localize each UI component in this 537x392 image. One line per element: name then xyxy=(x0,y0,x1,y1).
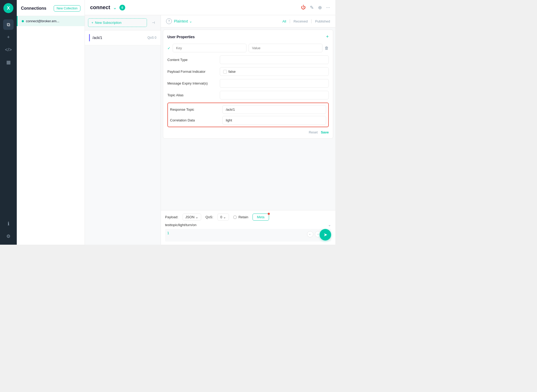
check-icon: ✓ xyxy=(167,46,171,50)
sidebar-item-settings[interactable]: ⚙ xyxy=(3,231,14,242)
correlation-data-label: Correlation Data xyxy=(170,118,222,122)
highlighted-section: Response Topic Correlation Data xyxy=(167,103,329,127)
subscription-qos: QoS 0 xyxy=(147,36,156,40)
action-row: Reset Save xyxy=(167,130,329,134)
filter-tab-all[interactable]: All xyxy=(282,19,286,24)
connection-title: connect xyxy=(90,4,110,10)
badge-count: 0 xyxy=(119,5,125,10)
connections-header: Connections New Collection xyxy=(17,0,85,16)
content-type-label: Content Type xyxy=(167,58,220,62)
plus-icon: + xyxy=(91,21,94,25)
reset-button[interactable]: Reset xyxy=(309,130,318,134)
response-topic-input[interactable] xyxy=(222,105,326,114)
payload-label: Payload: xyxy=(165,215,178,219)
content-type-row: Content Type xyxy=(167,55,329,64)
content-type-input[interactable] xyxy=(220,55,329,64)
subscription-topic: /ack/1 xyxy=(92,36,145,40)
subscription-toolbar: + New Subscription ⊣ xyxy=(85,15,161,30)
payload-format-checkbox[interactable] xyxy=(223,70,227,74)
response-topic-row: Response Topic xyxy=(170,105,326,114)
more-icon[interactable]: ··· xyxy=(326,5,330,10)
connections-panel: Connections New Collection connect@broke… xyxy=(17,0,85,245)
qos-label: QoS: xyxy=(205,215,213,219)
top-bar-left: connect ⌄ 0 xyxy=(90,4,125,10)
new-collection-button[interactable]: New Collection xyxy=(54,5,80,12)
sidebar-item-add[interactable]: + xyxy=(3,32,14,42)
connections-title: Connections xyxy=(21,6,46,11)
app-logo: X xyxy=(3,3,13,13)
save-button[interactable]: Save xyxy=(321,130,329,134)
publish-controls: Payload: JSON ⌄ QoS: 0 ⌄ Retain xyxy=(165,214,331,221)
message-expiry-row: Message Expiry Interval(s) xyxy=(167,79,329,88)
property-key-input[interactable] xyxy=(173,44,246,52)
retain-radio[interactable] xyxy=(233,215,237,219)
message-display: User Properties + ✓ 🗑 Content xyxy=(161,27,335,210)
properties-header: User Properties + xyxy=(167,34,329,40)
code-area: 1 ← − → xyxy=(165,229,331,242)
topic-alias-input[interactable] xyxy=(220,91,329,99)
qos-select[interactable]: 0 ⌄ xyxy=(217,214,229,221)
connection-item[interactable]: connect@broker.em... xyxy=(17,16,85,26)
sidebar-item-info[interactable]: ℹ xyxy=(3,219,14,229)
retain-label: Retain xyxy=(238,215,248,219)
filter-icon-button[interactable]: ⊣ xyxy=(149,19,157,27)
properties-title: User Properties xyxy=(167,35,195,39)
correlation-data-input[interactable] xyxy=(222,116,326,125)
filter-tab-published[interactable]: Published xyxy=(315,19,330,24)
add-window-icon[interactable]: ⊕ xyxy=(318,5,322,10)
nav-left-button[interactable]: ← xyxy=(307,231,313,237)
chevron-down-small-icon: ⌄ xyxy=(189,19,192,23)
message-top-bar: ? Plaintext ⌄ All | Received | Published xyxy=(161,15,335,27)
chevron-down-icon[interactable]: ⌄ xyxy=(113,5,117,10)
correlation-data-row: Correlation Data xyxy=(170,116,326,125)
payload-format-label: Payload Format Indicator xyxy=(167,70,220,74)
meta-dot xyxy=(268,213,270,215)
response-topic-label: Response Topic xyxy=(170,108,222,111)
properties-panel: User Properties + ✓ 🗑 Content xyxy=(163,30,333,139)
meta-button[interactable]: Meta xyxy=(253,214,269,221)
sidebar-item-connections[interactable]: ⧉ xyxy=(3,19,14,30)
code-line: 1 xyxy=(167,231,169,235)
payload-format-field: false xyxy=(220,67,329,76)
filter-tab-received[interactable]: Received xyxy=(294,19,308,24)
message-top-right: All | Received | Published xyxy=(282,19,330,24)
topic-chevron-icon: ⌄ xyxy=(328,223,331,227)
chevron-down-icon: ⌄ xyxy=(195,215,198,219)
send-button[interactable]: ➤ xyxy=(320,229,331,240)
filter-icon: ⊣ xyxy=(152,21,155,25)
add-property-button[interactable]: + xyxy=(326,34,329,40)
topic-row: ⌄ xyxy=(165,223,331,227)
retain-group: Retain xyxy=(233,215,248,219)
edit-icon[interactable]: ✎ xyxy=(310,5,314,10)
top-bar: connect ⌄ 0 ⏻ ✎ ⊕ ··· xyxy=(85,0,335,15)
message-expiry-label: Message Expiry Interval(s) xyxy=(167,81,220,85)
sidebar-item-code[interactable]: </> xyxy=(3,44,14,55)
message-expiry-input[interactable] xyxy=(220,79,329,88)
main-area: connect ⌄ 0 ⏻ ✎ ⊕ ··· + New Subscription… xyxy=(85,0,335,245)
sidebar: X ⧉ + </> ▦ ℹ ⚙ xyxy=(0,0,17,245)
property-row: ✓ 🗑 xyxy=(167,44,329,52)
topic-input[interactable] xyxy=(165,223,328,227)
message-panel: ? Plaintext ⌄ All | Received | Published xyxy=(161,15,335,245)
property-value-input[interactable] xyxy=(249,44,322,52)
plaintext-button[interactable]: Plaintext ⌄ xyxy=(174,19,192,23)
topic-alias-label: Topic Alias xyxy=(167,93,220,97)
help-icon[interactable]: ? xyxy=(166,18,172,24)
payload-format-value: false xyxy=(228,70,235,74)
message-top-left: ? Plaintext ⌄ xyxy=(166,18,192,24)
payload-format-row: Payload Format Indicator false xyxy=(167,67,329,76)
new-subscription-button[interactable]: + New Subscription xyxy=(88,18,147,27)
qos-chevron-down-icon: ⌄ xyxy=(223,215,226,219)
publish-bar: Payload: JSON ⌄ QoS: 0 ⌄ Retain xyxy=(161,210,335,245)
send-icon: ➤ xyxy=(324,232,327,238)
top-bar-right: ⏻ ✎ ⊕ ··· xyxy=(301,5,330,10)
content-area: + New Subscription ⊣ /ack/1 QoS 0 ? xyxy=(85,15,335,245)
subscription-panel: + New Subscription ⊣ /ack/1 QoS 0 xyxy=(85,15,161,245)
subscription-color-bar xyxy=(89,34,90,41)
sidebar-item-database[interactable]: ▦ xyxy=(3,57,14,68)
payload-format-select[interactable]: JSON ⌄ xyxy=(183,214,201,221)
power-icon[interactable]: ⏻ xyxy=(301,5,306,10)
delete-property-icon[interactable]: 🗑 xyxy=(325,46,329,51)
topic-alias-row: Topic Alias xyxy=(167,91,329,99)
subscription-item[interactable]: /ack/1 QoS 0 xyxy=(85,30,161,45)
